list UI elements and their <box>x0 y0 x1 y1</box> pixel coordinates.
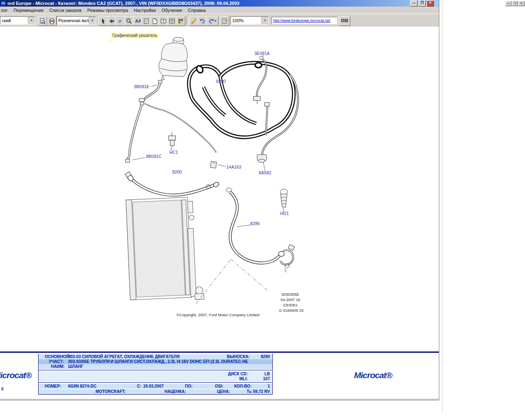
parts-diagram: 8B081E 3E081A 8290 8B081C HC1 14A163 8A5… <box>0 0 439 352</box>
table-rule <box>39 382 272 383</box>
sensor-HC1[interactable] <box>169 132 176 150</box>
qty-label: КОЛ-ВО: <box>234 384 251 389</box>
logo-text: Microcat® <box>0 370 32 380</box>
expansion-tank[interactable] <box>159 37 187 80</box>
table-row: MOTORCRAFT: НАЦЕНКА: ЦЕНА: Ть 59,72 RV <box>39 389 272 394</box>
subsection-value: 303-03/05E ТРУБОПР.И ШЛАНГИ СИСТ.ОХЛАЖД.… <box>68 359 248 364</box>
part-HD1[interactable] <box>280 189 288 212</box>
to-label: ПО: <box>185 384 192 389</box>
callout-8290[interactable]: 8290 <box>216 79 226 84</box>
graphic-index-tag[interactable]: Графический указатель <box>111 33 159 38</box>
table-row: НОМЕР: 6G9N 8274-DC С: 19.03.2007 ПО: OS… <box>39 384 272 389</box>
motorcraft-label: MOTORCRAFT: <box>96 389 126 394</box>
table-row: MLI: 107 <box>39 377 272 381</box>
close-button[interactable]: ✕ <box>518 1 525 6</box>
restore-button[interactable]: ❐ <box>512 1 518 6</box>
qty-value: 1 <box>267 384 270 389</box>
copyright-text: ©Copyright, 2007, Ford Motor Company Lim… <box>176 313 259 317</box>
disk-value: LB <box>265 372 270 377</box>
part-info-panel: ОСНОВНОЙ: 303-03 СИЛОВОЙ АГРЕГАТ, ОХЛАЖД… <box>0 352 439 399</box>
alignment-lines <box>196 259 267 304</box>
price-label: ЦЕНА: <box>217 389 230 394</box>
from-label: С: <box>137 384 142 389</box>
subsection-label: УЧАСТ: <box>49 359 64 364</box>
callout-8A582[interactable]: 8A582 <box>259 170 272 175</box>
footnote-line: 23HDEx <box>283 303 298 307</box>
osi-label: OSI: <box>215 384 224 389</box>
footnote-line: 04-2007 16 <box>281 297 300 302</box>
mli-label: MLI: <box>219 377 248 381</box>
part-number-value: 6G9N 8274-DC <box>68 384 96 389</box>
callout-HD1[interactable]: HD1 <box>280 211 289 216</box>
logo-text: Microcat® <box>354 370 392 380</box>
price-value: Ть 59,72 RV <box>247 389 270 394</box>
callout-8B081E[interactable]: 8B081E <box>134 84 149 89</box>
name-label: НАИМ: <box>51 364 64 369</box>
part-number-label: НОМЕР: <box>45 384 61 389</box>
graphic-index-tag-tail <box>109 39 113 41</box>
background-window-edge <box>442 0 443 413</box>
hose-8B081C[interactable] <box>126 105 145 162</box>
microcat-window: ord Europe - Microcat - Каталог: Mondeo … <box>0 0 439 400</box>
from-value: 19.03.2007 <box>143 384 164 389</box>
radiator[interactable] <box>126 197 204 303</box>
disk-label: ДИСК CD: <box>219 372 248 377</box>
table-row: ДИСК CD: LB <box>39 372 272 377</box>
hose-assembly-8290-highlighted[interactable] <box>189 63 294 137</box>
table-row: НАИМ: ШЛАНГ <box>39 364 272 369</box>
footnote-line: 3030305E <box>281 292 299 297</box>
section-value: 303-03 СИЛОВОЙ АГРЕГАТ, ОХЛАЖДЕНИЕ ДВИГА… <box>68 354 180 359</box>
table-rule <box>39 370 272 370</box>
footnote-line: G 0166605 02 <box>279 308 304 313</box>
microcat-logo-right: Microcat® <box>354 370 392 380</box>
table-row: УЧАСТ: 303-03/05E ТРУБОПР.И ШЛАНГИ СИСТ.… <box>39 359 272 364</box>
background-window-controls: — ❐ ✕ <box>505 1 525 6</box>
section-label: ОСНОВНОЙ: <box>45 354 71 359</box>
callout-14A163[interactable]: 14A163 <box>226 164 241 169</box>
table-row: ОСНОВНОЙ: 303-03 СИЛОВОЙ АГРЕГАТ, ОХЛАЖД… <box>39 354 272 359</box>
callout-8260[interactable]: 8260 <box>172 169 182 174</box>
panel-divider <box>0 352 439 353</box>
callout-8B081C[interactable]: 8B081C <box>146 154 162 159</box>
stray-text: 0 <box>1 387 4 391</box>
part-info-table: ОСНОВНОЙ: 303-03 СИЛОВОЙ АГРЕГАТ, ОХЛАЖД… <box>38 354 273 395</box>
microcat-logo-left: Microcat® <box>0 370 36 381</box>
mli-value: 107 <box>263 377 270 381</box>
callout-3E081A[interactable]: 3E081A <box>254 51 269 56</box>
hose-8260[interactable] <box>125 171 220 195</box>
minimize-button[interactable]: — <box>505 1 511 6</box>
callout-field-value: 8290 <box>261 354 270 359</box>
markup-label: НАЦЕНКА: <box>164 389 186 394</box>
callout-HC1[interactable]: HC1 <box>169 150 178 155</box>
callout-field-label: ВЫНОСКА: <box>227 354 250 359</box>
callout-8286[interactable]: 8286 <box>250 221 260 226</box>
name-value: ШЛАНГ <box>68 364 83 369</box>
